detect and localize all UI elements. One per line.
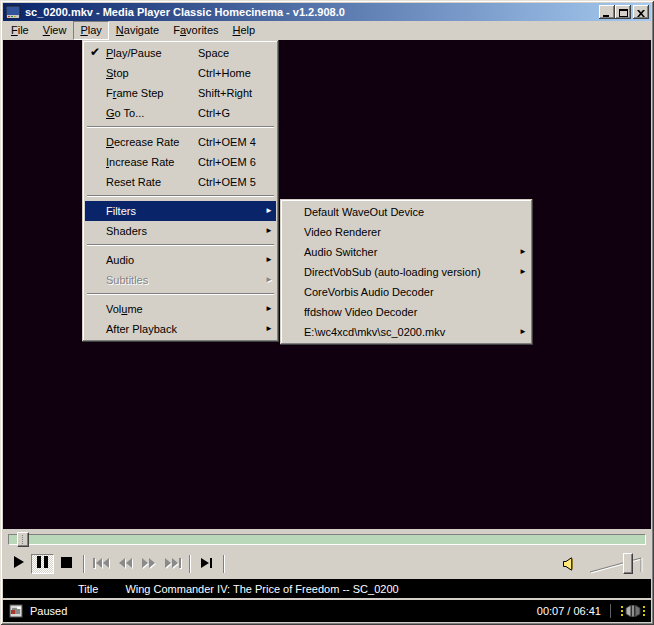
app-icon[interactable]: [5, 4, 21, 20]
play-menu-item-go-to[interactable]: Go To... Ctrl+G: [85, 103, 276, 123]
separator: [189, 555, 191, 573]
menubar-item-help[interactable]: Help: [226, 21, 263, 40]
submenu-arrow-icon: ►: [261, 250, 273, 270]
media-title: Wing Commander IV: The Price of Freedom …: [125, 583, 398, 595]
submenu-arrow-icon: ►: [515, 262, 527, 282]
play-menu-item-after-playback[interactable]: After Playback ►: [85, 319, 276, 339]
maximize-button[interactable]: [615, 5, 631, 19]
shortcut-label: Ctrl+OEM 5: [198, 176, 261, 188]
play-menu-item-filters[interactable]: Filters ►: [85, 201, 276, 221]
shortcut-label: Space: [198, 47, 261, 59]
maximize-icon: [619, 5, 628, 20]
skip-forward-icon: [165, 556, 181, 571]
statusbar-divider: [610, 604, 612, 618]
speaker-icon[interactable]: [562, 557, 577, 571]
stop-button[interactable]: [55, 554, 78, 574]
playback-buttons: [7, 554, 229, 574]
play-menu-item-increase-rate[interactable]: Increase Rate Ctrl+OEM 6: [85, 152, 276, 172]
window-title: sc_0200.mkv - Media Player Classic Homec…: [24, 6, 596, 18]
minimize-button[interactable]: [599, 5, 615, 19]
menubar-item-play[interactable]: Play: [73, 21, 108, 40]
frame-step-button[interactable]: [195, 554, 218, 574]
play-menu-item-decrease-rate[interactable]: Decrease Rate Ctrl+OEM 4: [85, 132, 276, 152]
separator: [87, 126, 274, 128]
play-menu-item-frame-step[interactable]: Frame Step Shift+Right: [85, 83, 276, 103]
menubar-item-file[interactable]: File: [4, 21, 36, 40]
info-label: Title: [78, 583, 98, 595]
play-menu-item-stop[interactable]: Stop Ctrl+Home: [85, 63, 276, 83]
volume-wedge: [589, 553, 643, 575]
play-menu: ✔ Play/Pause Space Stop Ctrl+Home Frame …: [82, 40, 279, 342]
shortcut-label: Ctrl+OEM 4: [198, 136, 261, 148]
audio-channels-icon: [621, 605, 645, 617]
filter-item-e-wc4xcd-mkv-sc-0200-mkv[interactable]: E:\wc4xcd\mkv\sc_0200.mkv ►: [283, 322, 530, 342]
menu-bar: FileViewPlayNavigateFavoritesHelp: [3, 21, 651, 40]
play-icon: [13, 556, 25, 571]
play-button[interactable]: [7, 554, 30, 574]
play-menu-item-reset-rate[interactable]: Reset Rate Ctrl+OEM 5: [85, 172, 276, 192]
filters-submenu: Default WaveOut Device Video Renderer Au…: [280, 199, 533, 345]
rewind-icon: [118, 556, 132, 571]
increase-rate-button[interactable]: [137, 554, 160, 574]
pause-button[interactable]: [31, 554, 54, 574]
skip-forward-button[interactable]: [161, 554, 184, 574]
minimize-icon: [603, 5, 611, 20]
separator: [223, 555, 225, 573]
filter-item-default-waveout-device[interactable]: Default WaveOut Device: [283, 202, 530, 222]
separator: [87, 293, 274, 295]
volume-thumb[interactable]: [623, 553, 633, 574]
filter-item-video-renderer[interactable]: Video Renderer: [283, 222, 530, 242]
submenu-arrow-icon: ►: [261, 299, 273, 319]
play-menu-item-subtitles[interactable]: Subtitles ►: [85, 270, 276, 290]
play-menu-item-volume[interactable]: Volume ►: [85, 299, 276, 319]
pause-icon: [37, 556, 48, 571]
play-menu-item-play-pause[interactable]: ✔ Play/Pause Space: [85, 43, 276, 63]
status-bar: Paused 00:07 / 06:41: [3, 600, 651, 622]
seek-bar-row: [3, 529, 651, 549]
menubar-item-favorites[interactable]: Favorites: [166, 21, 225, 40]
time-display: 00:07 / 06:41: [537, 605, 601, 617]
volume-controls: [562, 553, 646, 575]
submenu-arrow-icon: ►: [515, 242, 527, 262]
play-menu-item-shaders[interactable]: Shaders ►: [85, 221, 276, 241]
submenu-arrow-icon: ►: [261, 201, 273, 221]
close-icon: [637, 5, 645, 20]
window-controls: [599, 5, 649, 19]
filter-item-ffdshow-video-decoder[interactable]: ffdshow Video Decoder: [283, 302, 530, 322]
separator: [87, 244, 274, 246]
filter-item-directvobsub-auto-loading-version[interactable]: DirectVobSub (auto-loading version) ►: [283, 262, 530, 282]
playback-state: Paused: [30, 605, 67, 617]
checkmark-icon: ✔: [90, 45, 100, 59]
info-bar: Title Wing Commander IV: The Price of Fr…: [3, 579, 651, 598]
separator: [83, 555, 85, 573]
filter-item-audio-switcher[interactable]: Audio Switcher ►: [283, 242, 530, 262]
submenu-arrow-icon: ►: [261, 319, 273, 339]
seek-thumb[interactable]: [17, 532, 29, 547]
skip-back-button[interactable]: [89, 554, 112, 574]
close-button[interactable]: [633, 5, 649, 19]
submenu-arrow-icon: ►: [261, 270, 273, 290]
fast-forward-icon: [142, 556, 156, 571]
step-icon: [201, 556, 212, 571]
play-menu-item-audio[interactable]: Audio ►: [85, 250, 276, 270]
menubar-item-navigate[interactable]: Navigate: [109, 21, 166, 40]
shortcut-label: Ctrl+Home: [198, 67, 261, 79]
shortcut-label: Ctrl+G: [198, 107, 261, 119]
filter-item-corevorbis-audio-decoder[interactable]: CoreVorbis Audio Decoder: [283, 282, 530, 302]
separator: [87, 195, 274, 197]
playback-toolbar: [3, 549, 651, 577]
stop-icon: [61, 556, 72, 571]
skip-back-icon: [93, 556, 109, 571]
seek-bar[interactable]: [8, 534, 646, 545]
menubar-item-view[interactable]: View: [36, 21, 74, 40]
submenu-arrow-icon: ►: [261, 221, 273, 241]
title-bar[interactable]: sc_0200.mkv - Media Player Classic Homec…: [3, 3, 651, 21]
file-icon: [9, 604, 24, 618]
shortcut-label: Ctrl+OEM 6: [198, 156, 261, 168]
decrease-rate-button[interactable]: [113, 554, 136, 574]
shortcut-label: Shift+Right: [198, 87, 261, 99]
volume-slider[interactable]: [589, 553, 643, 575]
submenu-arrow-icon: ►: [515, 322, 527, 342]
